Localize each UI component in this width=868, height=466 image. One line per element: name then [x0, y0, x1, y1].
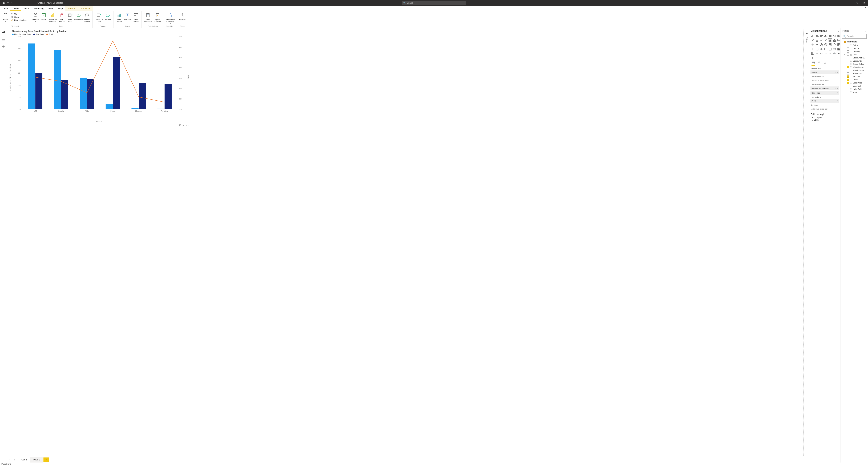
viz-type-icon[interactable]: R — [815, 52, 819, 55]
field-row[interactable]: Discount Ba... — [841, 56, 868, 59]
transform-data-button[interactable]: Transform data▾ — [94, 12, 104, 25]
page-tab-1[interactable]: Page 1 — [18, 457, 30, 463]
field-row[interactable]: ΣDiscounts — [841, 59, 868, 62]
field-row[interactable]: Month Name — [841, 69, 868, 72]
field-checkbox[interactable] — [847, 47, 849, 50]
viz-type-icon[interactable] — [837, 34, 841, 38]
field-checkbox[interactable] — [847, 91, 849, 93]
well-shared-axis[interactable]: Product⌄✕ — [810, 70, 839, 74]
tab-format[interactable]: Format — [65, 6, 77, 11]
field-row[interactable]: Product — [841, 75, 868, 78]
viz-type-icon[interactable] — [811, 52, 815, 55]
field-checkbox[interactable] — [847, 54, 849, 56]
field-checkbox[interactable] — [847, 69, 849, 71]
table-financials-header[interactable]: ⌄ ▦ financials — [841, 40, 868, 43]
field-checkbox[interactable] — [847, 57, 849, 59]
viz-type-icon[interactable] — [828, 43, 832, 47]
viz-type-icon[interactable] — [815, 47, 819, 51]
field-row[interactable]: ΣManufactur... — [841, 65, 868, 69]
more-options-icon[interactable]: ⋯ — [186, 124, 189, 127]
tab-modeling[interactable]: Modeling — [32, 6, 46, 11]
chevron-down-icon[interactable]: ⌄ — [835, 92, 836, 94]
undo-icon[interactable]: ↶ — [6, 2, 9, 4]
add-page-button[interactable]: + — [43, 458, 49, 462]
field-row[interactable]: ΣSales — [841, 43, 868, 47]
save-icon[interactable]: 💾 — [2, 2, 6, 4]
viz-type-icon[interactable] — [833, 47, 836, 51]
report-canvas[interactable]: Manufacturing Price, Sale Price and Prof… — [7, 28, 805, 463]
field-checkbox[interactable] — [847, 51, 849, 53]
minimize-button[interactable]: — — [845, 0, 853, 6]
viz-type-icon[interactable] — [811, 47, 815, 51]
fields-tab[interactable] — [811, 61, 815, 66]
chevron-right-icon[interactable]: ▸ — [844, 54, 846, 56]
well-line-value-profit[interactable]: Profit⌄✕ — [810, 99, 839, 103]
field-row[interactable]: ΣSale Price — [841, 81, 868, 84]
fields-search[interactable]: 🔍 Search — [842, 34, 867, 39]
collapse-ribbon-icon[interactable]: ⌃ — [865, 7, 866, 9]
viz-type-icon[interactable] — [833, 43, 836, 47]
refresh-button[interactable]: Refresh — [104, 12, 112, 21]
combo-chart-visual[interactable]: Manufacturing Price, Sale Price and Prof… — [9, 30, 190, 123]
viz-type-icon[interactable] — [811, 38, 815, 42]
page-tab-2[interactable]: Page 2 — [30, 457, 43, 463]
focus-mode-icon[interactable]: ⤢ — [182, 124, 184, 127]
field-checkbox[interactable] — [847, 85, 849, 87]
copy-button[interactable]: ⧉Copy — [11, 16, 27, 19]
format-painter-button[interactable]: 🖌Format painter — [11, 19, 27, 22]
viz-type-icon[interactable] — [819, 43, 823, 47]
field-row[interactable]: ΣGross Sales — [841, 62, 868, 65]
filters-pane-collapsed[interactable]: ‹ ∇ Filters — [805, 28, 809, 463]
more-visuals-button[interactable]: More visuals▾ — [132, 12, 140, 25]
dataverse-button[interactable]: Dataverse — [74, 12, 83, 21]
viz-type-icon[interactable]: Py — [819, 52, 823, 55]
model-view-button[interactable] — [1, 43, 6, 49]
viz-type-icon[interactable] — [815, 34, 819, 38]
analytics-tab[interactable] — [823, 61, 827, 66]
text-box-button[interactable]: AText box — [123, 12, 132, 21]
page-prev-button[interactable]: ◂ — [7, 458, 12, 462]
expand-filters-icon[interactable]: ‹ — [807, 30, 807, 32]
viz-type-icon[interactable] — [833, 38, 836, 42]
tab-home[interactable]: Home — [10, 6, 21, 11]
maximize-button[interactable]: ▢ — [853, 0, 860, 6]
well-tooltips[interactable]: Add data fields here — [810, 107, 839, 111]
viz-type-icon[interactable] — [837, 38, 841, 42]
field-checkbox[interactable] — [847, 88, 849, 90]
remove-field-icon[interactable]: ✕ — [837, 87, 838, 89]
viz-type-icon[interactable]: ◈ — [811, 56, 815, 60]
viz-type-icon[interactable]: ≡ — [828, 52, 832, 55]
viz-type-icon[interactable] — [828, 38, 832, 42]
field-checkbox[interactable] — [847, 82, 849, 84]
collapse-pane-icon[interactable]: › — [865, 30, 866, 32]
viz-type-icon[interactable] — [815, 38, 819, 42]
field-row[interactable]: ΣMonth Nu... — [841, 72, 868, 75]
field-row[interactable]: ΣCOGS — [841, 47, 868, 50]
pbi-datasets-button[interactable]: Power BI datasets — [48, 12, 58, 23]
page-next-button[interactable]: ▸ — [12, 458, 17, 462]
field-row[interactable]: Segment — [841, 84, 868, 87]
cross-report-toggle[interactable]: Off — [809, 119, 840, 122]
viz-type-icon[interactable]: ↗ — [824, 52, 828, 55]
viz-type-icon[interactable]: 💬 — [833, 52, 836, 55]
field-checkbox[interactable] — [847, 79, 849, 81]
tab-view[interactable]: View — [46, 6, 56, 11]
visualizations-header[interactable]: Visualizations › — [809, 28, 840, 34]
field-row[interactable]: ▸▥Date — [841, 53, 868, 56]
paste-button[interactable]: Paste ▾ — [1, 12, 10, 23]
chevron-down-icon[interactable]: ⌄ — [835, 100, 836, 102]
tab-insert[interactable]: Insert — [21, 6, 32, 11]
tab-file[interactable]: File — [2, 6, 10, 11]
new-measure-button[interactable]: New measure — [143, 12, 153, 23]
field-checkbox[interactable] — [847, 72, 849, 75]
viz-type-icon[interactable] — [819, 34, 823, 38]
field-row[interactable]: ΣUnits Sold — [841, 87, 868, 91]
viz-type-icon[interactable]: ⊞ — [837, 52, 841, 55]
get-data-button[interactable]: Get data▾ — [31, 12, 40, 23]
sql-server-button[interactable]: SQL Server — [58, 12, 66, 23]
field-row[interactable]: ΣProfit — [841, 78, 868, 81]
viz-type-icon[interactable] — [824, 43, 828, 47]
viz-type-icon[interactable] — [828, 34, 832, 38]
publish-button[interactable]: Publish — [178, 12, 187, 21]
field-checkbox[interactable] — [847, 63, 849, 65]
